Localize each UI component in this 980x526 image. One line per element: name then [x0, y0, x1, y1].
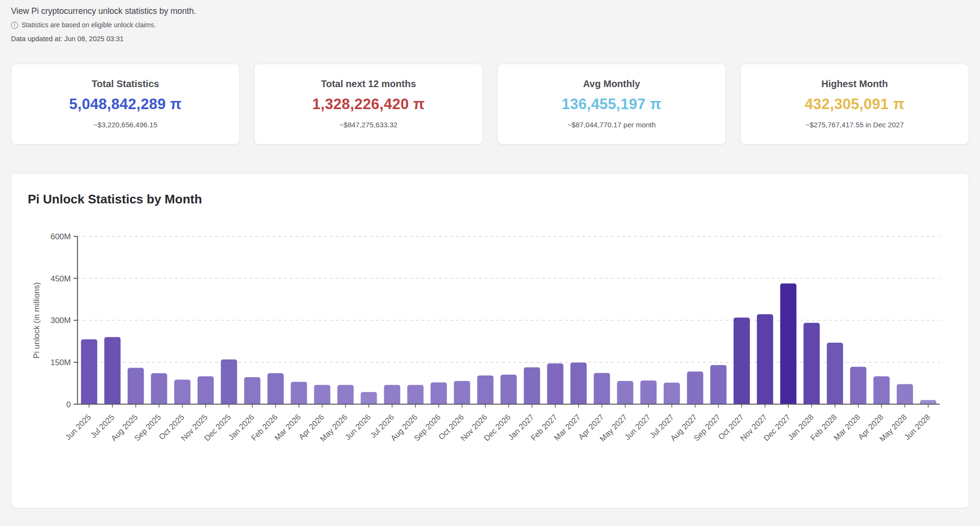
bar[interactable] — [477, 375, 493, 404]
bar[interactable] — [244, 377, 260, 404]
chart-area: 0150M300M450M600MJun 2025Jul 2025Aug 202… — [25, 217, 955, 452]
bar[interactable] — [617, 381, 634, 404]
unlock-bar-chart: 0150M300M450M600MJun 2025Jul 2025Aug 202… — [25, 217, 955, 452]
stat-card-title: Total Statistics — [21, 78, 230, 90]
stat-card-subtext: ~$275,767,417.55 in Dec 2027 — [750, 121, 959, 129]
bar[interactable] — [780, 283, 796, 404]
bar[interactable] — [198, 376, 214, 404]
page-header: View Pi cryptocurrency unlock statistics… — [11, 6, 969, 43]
stat-card-avg-monthly: Avg Monthly 136,455,197 π ~$87,044,770.1… — [497, 64, 726, 145]
bar[interactable] — [920, 400, 936, 404]
stat-cards-row: Total Statistics 5,048,842,289 π ~$3,220… — [11, 64, 969, 145]
bar[interactable] — [454, 381, 470, 404]
bar[interactable] — [757, 314, 773, 404]
y-tick-label: 150M — [50, 358, 70, 367]
bar[interactable] — [361, 392, 377, 404]
y-tick-label: 0 — [66, 400, 70, 409]
bar[interactable] — [850, 367, 867, 404]
pi-unlock-dashboard: View Pi cryptocurrency unlock statistics… — [0, 0, 980, 508]
bar[interactable] — [734, 317, 750, 404]
stat-card-value: 1,328,226,420 π — [264, 96, 473, 113]
stat-card-value: 5,048,842,289 π — [21, 96, 230, 113]
stat-card-subtext: ~$3,220,656,496.15 — [21, 121, 230, 129]
bar[interactable] — [664, 383, 680, 404]
data-updated-timestamp: Data updated at: Jun 08, 2025 03:31 — [11, 35, 969, 43]
stat-card-subtext: ~$87,044,770.17 per month — [507, 121, 716, 129]
bar[interactable] — [640, 381, 657, 404]
bar[interactable] — [897, 384, 913, 404]
bar[interactable] — [337, 385, 354, 404]
y-axis-title: Pi unlock (in millions) — [32, 282, 41, 358]
bar[interactable] — [873, 376, 890, 404]
info-note: Statistics are based on eligible unlock … — [22, 21, 156, 29]
y-tick-label: 600M — [50, 232, 70, 241]
x-tick-label: Jun 2026 — [343, 413, 372, 442]
unlock-chart-panel: Pi Unlock Statistics by Month 0150M300M4… — [11, 173, 969, 508]
x-tick-label: Jun 2025 — [64, 413, 93, 442]
bar[interactable] — [104, 337, 121, 404]
bar[interactable] — [291, 382, 307, 404]
stat-card-title: Highest Month — [750, 78, 959, 90]
bar[interactable] — [827, 343, 843, 404]
bar[interactable] — [501, 375, 517, 404]
stat-card-subtext: ~$847,275,633.32 — [264, 121, 473, 129]
x-tick-label: Jun 2028 — [902, 413, 932, 442]
bar[interactable] — [267, 373, 284, 404]
bar[interactable] — [431, 382, 447, 404]
stat-card-highest-month: Highest Month 432,305,091 π ~$275,767,41… — [740, 64, 969, 145]
chart-title: Pi Unlock Statistics by Month — [28, 192, 955, 207]
bar[interactable] — [710, 365, 726, 404]
stat-card-total-statistics: Total Statistics 5,048,842,289 π ~$3,220… — [11, 64, 240, 145]
bar[interactable] — [81, 339, 97, 404]
bar[interactable] — [384, 385, 400, 404]
bar[interactable] — [314, 385, 330, 404]
stat-card-title: Total next 12 months — [264, 78, 473, 90]
page-info-line: i Statistics are based on eligible unloc… — [11, 21, 969, 29]
stat-card-next-12-months: Total next 12 months 1,328,226,420 π ~$8… — [254, 64, 483, 145]
page-title: View Pi cryptocurrency unlock statistics… — [11, 6, 969, 16]
stat-card-value: 432,305,091 π — [750, 96, 959, 113]
bar[interactable] — [407, 385, 423, 404]
bar[interactable] — [128, 368, 144, 404]
bar[interactable] — [570, 363, 587, 404]
bar[interactable] — [174, 380, 190, 404]
bar[interactable] — [221, 359, 237, 404]
x-tick-label: Jun 2027 — [623, 413, 652, 442]
bar[interactable] — [687, 371, 703, 404]
info-icon: i — [11, 22, 18, 29]
bar[interactable] — [151, 373, 167, 404]
bar[interactable] — [547, 363, 563, 404]
bar[interactable] — [803, 323, 820, 404]
y-tick-label: 450M — [50, 274, 70, 283]
y-tick-label: 300M — [50, 316, 70, 325]
stat-card-title: Avg Monthly — [507, 78, 716, 90]
bar[interactable] — [594, 373, 610, 404]
bar[interactable] — [524, 367, 540, 404]
stat-card-value: 136,455,197 π — [507, 96, 716, 113]
